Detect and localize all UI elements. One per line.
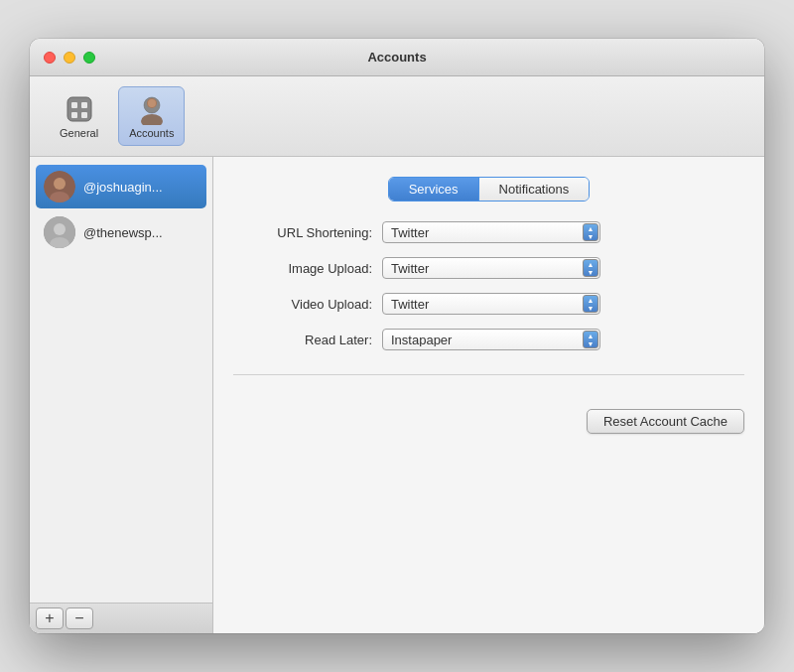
image-upload-select[interactable]: Twitter	[382, 257, 600, 279]
toolbar: General Accounts	[30, 76, 764, 157]
tab-group: Services Notifications	[388, 177, 591, 202]
video-upload-label: Video Upload:	[233, 297, 372, 312]
sidebar: @joshuagin... @thenewsp... +	[30, 157, 213, 633]
svg-point-13	[54, 223, 66, 235]
reset-cache-button[interactable]: Reset Account Cache	[587, 409, 744, 434]
titlebar: Accounts	[30, 39, 764, 76]
url-shortening-label: URL Shortening:	[233, 225, 372, 240]
image-upload-select-wrapper: Twitter ▲ ▼	[382, 257, 600, 279]
avatar-1	[44, 171, 75, 202]
window-controls	[30, 52, 95, 64]
url-shortening-row: URL Shortening: Twitter ▲ ▼	[233, 221, 744, 243]
account-item-2[interactable]: @thenewsp...	[36, 210, 206, 254]
general-icon	[64, 93, 95, 125]
accounts-icon	[136, 93, 168, 125]
account-list: @joshuagin... @thenewsp...	[30, 157, 212, 603]
account-item-1[interactable]: @joshuagin...	[36, 165, 206, 208]
read-later-select[interactable]: Instapaper	[382, 329, 600, 350]
maximize-button[interactable]	[83, 52, 95, 64]
form-divider	[233, 374, 744, 375]
read-later-select-wrapper: Instapaper ▲ ▼	[382, 329, 600, 350]
services-form: URL Shortening: Twitter ▲ ▼ Image Upload…	[233, 221, 744, 350]
avatar-2	[44, 216, 75, 248]
svg-point-8	[148, 99, 156, 107]
content-area: @joshuagin... @thenewsp... +	[30, 157, 764, 633]
video-upload-select-wrapper: Twitter ▲ ▼	[382, 293, 600, 315]
accounts-tab-label: Accounts	[129, 127, 174, 139]
services-tab[interactable]: Services	[389, 178, 479, 201]
accounts-tab-button[interactable]: Accounts	[118, 86, 185, 146]
general-tab-button[interactable]: General	[50, 87, 108, 145]
tab-bar: Services Notifications	[233, 177, 744, 202]
account-name-1: @joshuagin...	[83, 180, 163, 195]
main-panel: Services Notifications URL Shortening: T…	[213, 157, 764, 633]
main-window: Accounts General	[30, 39, 764, 633]
svg-rect-0	[67, 97, 91, 121]
notifications-tab[interactable]: Notifications	[479, 178, 590, 201]
svg-point-7	[141, 114, 163, 125]
svg-rect-4	[81, 112, 87, 118]
general-tab-label: General	[60, 127, 98, 139]
remove-account-button[interactable]: −	[66, 607, 93, 629]
svg-rect-2	[81, 102, 87, 108]
sidebar-footer: + −	[30, 603, 212, 633]
account-name-2: @thenewsp...	[83, 225, 163, 240]
video-upload-row: Video Upload: Twitter ▲ ▼	[233, 293, 744, 315]
video-upload-select[interactable]: Twitter	[382, 293, 600, 315]
svg-rect-3	[71, 112, 77, 118]
window-title: Accounts	[367, 50, 426, 65]
close-button[interactable]	[44, 52, 56, 64]
url-shortening-select-wrapper: Twitter ▲ ▼	[382, 221, 600, 243]
svg-point-10	[54, 178, 66, 190]
url-shortening-select[interactable]: Twitter	[382, 221, 600, 243]
read-later-label: Read Later:	[233, 333, 372, 347]
image-upload-label: Image Upload:	[233, 261, 372, 276]
svg-rect-1	[71, 102, 77, 108]
read-later-row: Read Later: Instapaper ▲ ▼	[233, 329, 744, 350]
actions-row: Reset Account Cache	[233, 409, 744, 434]
image-upload-row: Image Upload: Twitter ▲ ▼	[233, 257, 744, 279]
add-account-button[interactable]: +	[36, 607, 64, 629]
minimize-button[interactable]	[64, 52, 75, 64]
